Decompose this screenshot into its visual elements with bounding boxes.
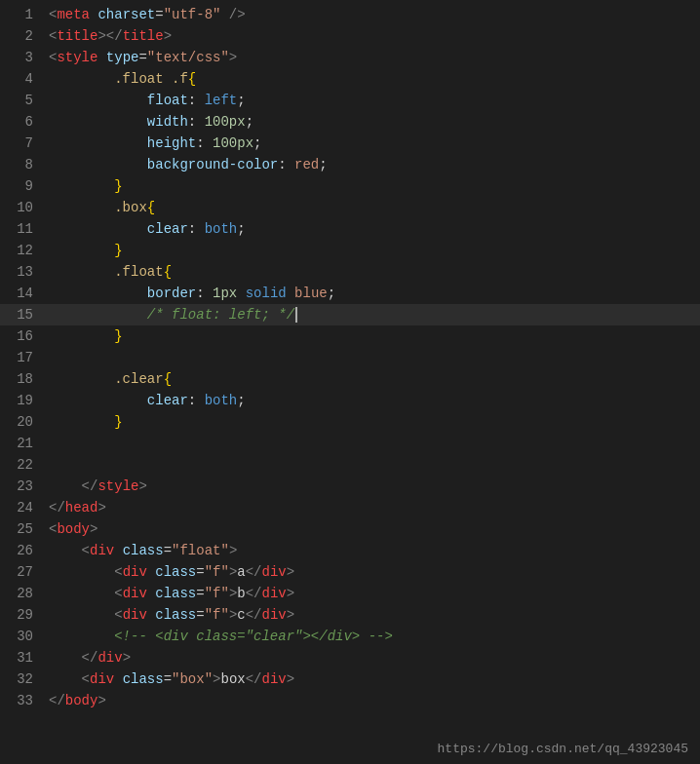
line-number: 27 [0,561,49,583]
code-line: 25<body> [0,518,700,540]
code-editor: 1<meta charset="utf-8" />2<title></title… [0,0,700,764]
line-number: 15 [0,304,49,325]
code-line: 24</head> [0,497,700,518]
code-line: 22 [0,454,700,476]
code-line: 31 </div> [0,647,700,668]
line-number: 11 [0,218,49,240]
line-number: 10 [0,197,49,218]
line-content: clear: both; [49,390,700,411]
code-line: 6 width: 100px; [0,111,700,133]
code-line: 3<style type="text/css"> [0,47,700,68]
line-number: 7 [0,133,49,154]
code-line: 5 float: left; [0,90,700,111]
line-content: } [49,175,700,197]
line-content: <body> [49,518,700,540]
line-content: background-color: red; [49,154,700,175]
code-line: 33</body> [0,690,700,711]
text-cursor [295,307,297,323]
line-content [49,433,700,454]
line-number: 1 [0,4,49,25]
code-line: 27 <div class="f">a</div> [0,561,700,583]
line-number: 23 [0,476,49,497]
code-line: 30 <!-- <div class="clear"></div> --> [0,626,700,647]
line-content: <div class="f">b</div> [49,583,700,604]
line-number: 14 [0,283,49,304]
line-number: 28 [0,583,49,604]
code-line: 14 border: 1px solid blue; [0,283,700,304]
line-number: 17 [0,347,49,368]
line-content: } [49,411,700,433]
line-number: 30 [0,626,49,647]
line-number: 12 [0,240,49,261]
line-content: clear: both; [49,218,700,240]
code-line: 19 clear: both; [0,390,700,411]
code-line: 12 } [0,240,700,261]
code-line: 28 <div class="f">b</div> [0,583,700,604]
code-line: 8 background-color: red; [0,154,700,175]
code-line: 23 </style> [0,476,700,497]
code-line: 20 } [0,411,700,433]
line-number: 19 [0,390,49,411]
line-content: height: 100px; [49,133,700,154]
line-content [49,454,700,476]
line-number: 5 [0,90,49,111]
line-content: <title></title> [49,25,700,47]
code-line: 1<meta charset="utf-8" /> [0,4,700,25]
line-number: 4 [0,68,49,90]
line-number: 33 [0,690,49,711]
code-line: 26 <div class="float"> [0,540,700,561]
line-content: <div class="float"> [49,540,700,561]
line-content: /* float: left; */ [49,304,700,325]
line-number: 21 [0,433,49,454]
line-content: float: left; [49,90,700,111]
line-content: </head> [49,497,700,518]
line-number: 20 [0,411,49,433]
line-content: width: 100px; [49,111,700,133]
line-number: 8 [0,154,49,175]
line-content: } [49,325,700,347]
code-line: 9 } [0,175,700,197]
code-line: 15 /* float: left; */ [0,304,700,325]
line-number: 6 [0,111,49,133]
line-number: 32 [0,668,49,690]
line-content: <meta charset="utf-8" /> [49,4,700,25]
line-content: <div class="f">a</div> [49,561,700,583]
line-content [49,347,700,368]
line-content: } [49,240,700,261]
line-number: 18 [0,368,49,390]
code-line: 13 .float{ [0,261,700,283]
line-content: <!-- <div class="clear"></div> --> [49,626,700,647]
line-number: 16 [0,325,49,347]
line-number: 25 [0,518,49,540]
line-content: <div class="box">box</div> [49,668,700,690]
line-content: </body> [49,690,700,711]
line-number: 22 [0,454,49,476]
line-content: <style type="text/css"> [49,47,700,68]
line-content: border: 1px solid blue; [49,283,700,304]
url-bar: https://blog.csdn.net/qq_43923045 [438,742,688,756]
code-line: 32 <div class="box">box</div> [0,668,700,690]
line-number: 31 [0,647,49,668]
line-content: .float{ [49,261,700,283]
code-line: 7 height: 100px; [0,133,700,154]
code-line: 21 [0,433,700,454]
line-content: </style> [49,476,700,497]
line-content: .clear{ [49,368,700,390]
line-number: 29 [0,604,49,626]
code-line: 17 [0,347,700,368]
line-content: .box{ [49,197,700,218]
code-line: 16 } [0,325,700,347]
line-number: 24 [0,497,49,518]
code-line: 29 <div class="f">c</div> [0,604,700,626]
line-content: <div class="f">c</div> [49,604,700,626]
line-content: .float .f{ [49,68,700,90]
code-line: 2<title></title> [0,25,700,47]
line-number: 26 [0,540,49,561]
code-line: 11 clear: both; [0,218,700,240]
line-number: 3 [0,47,49,68]
code-line: 4 .float .f{ [0,68,700,90]
line-number: 13 [0,261,49,283]
line-content: </div> [49,647,700,668]
line-number: 9 [0,175,49,197]
code-line: 18 .clear{ [0,368,700,390]
